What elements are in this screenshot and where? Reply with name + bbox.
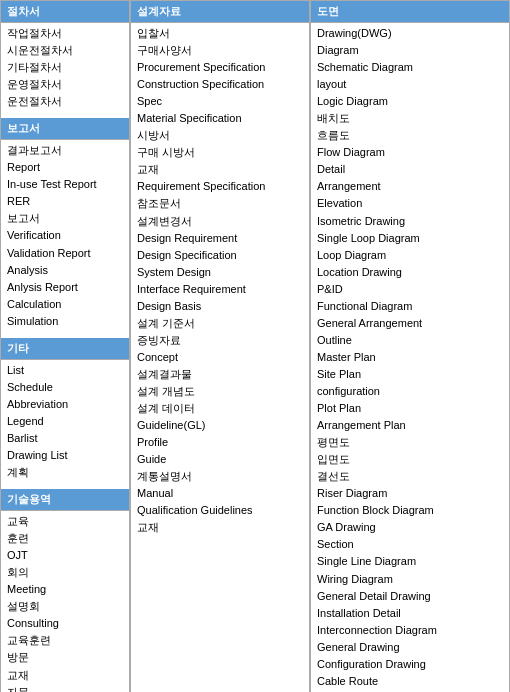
list-item[interactable]: 교재 bbox=[137, 161, 303, 178]
list-item[interactable]: Master Plan bbox=[317, 349, 503, 366]
list-item[interactable]: Location Drawing bbox=[317, 264, 503, 281]
list-item[interactable]: 시운전절차서 bbox=[7, 42, 123, 59]
list-item[interactable]: In-use Test Report bbox=[7, 176, 123, 193]
list-item[interactable]: Calculation bbox=[7, 296, 123, 313]
list-item[interactable]: 운전절차서 bbox=[7, 93, 123, 110]
list-item[interactable]: RER bbox=[7, 193, 123, 210]
list-item[interactable]: Section bbox=[317, 536, 503, 553]
list-item[interactable]: Logic Diagram bbox=[317, 93, 503, 110]
list-item[interactable]: Validation Report bbox=[7, 245, 123, 262]
list-item[interactable]: Barlist bbox=[7, 430, 123, 447]
list-item[interactable]: 교육 bbox=[7, 513, 123, 530]
list-item[interactable]: 기타절차서 bbox=[7, 59, 123, 76]
list-item[interactable]: Construction Specification bbox=[137, 76, 303, 93]
list-item[interactable]: Procurement Specification bbox=[137, 59, 303, 76]
list-item[interactable]: Installation Detail bbox=[317, 605, 503, 622]
list-item[interactable]: Configuration Drawing bbox=[317, 656, 503, 673]
list-item[interactable]: Verification bbox=[7, 227, 123, 244]
list-item[interactable]: 계획 bbox=[7, 464, 123, 481]
list-item[interactable]: 교육훈련 bbox=[7, 632, 123, 649]
list-item[interactable]: Guide bbox=[137, 451, 303, 468]
list-item[interactable]: 자문 bbox=[7, 684, 123, 692]
list-item[interactable]: 설계 데이터 bbox=[137, 400, 303, 417]
list-item[interactable]: 작업절차서 bbox=[7, 25, 123, 42]
list-item[interactable]: Design Basis bbox=[137, 298, 303, 315]
list-item[interactable]: General Arrangement bbox=[317, 315, 503, 332]
list-item[interactable]: Profile bbox=[137, 434, 303, 451]
list-item[interactable]: 설명회 bbox=[7, 598, 123, 615]
list-item[interactable]: Wiring Diagram bbox=[317, 571, 503, 588]
list-item[interactable]: Interconnection Diagram bbox=[317, 622, 503, 639]
list-item[interactable]: Spec bbox=[137, 93, 303, 110]
list-item[interactable]: 보고서 bbox=[7, 210, 123, 227]
list-item[interactable]: Drawing List bbox=[7, 447, 123, 464]
list-item[interactable]: OJT bbox=[7, 547, 123, 564]
list-item[interactable]: Function Block Diagram bbox=[317, 502, 503, 519]
list-item[interactable]: 구매사양서 bbox=[137, 42, 303, 59]
list-item[interactable]: Requirement Specification bbox=[137, 178, 303, 195]
list-item[interactable]: Qualification Guidelines bbox=[137, 502, 303, 519]
list-item[interactable]: Manual bbox=[137, 485, 303, 502]
list-item[interactable]: 배치도 bbox=[317, 110, 503, 127]
list-item[interactable]: System Design bbox=[137, 264, 303, 281]
list-item[interactable]: Isometric Drawing bbox=[317, 213, 503, 230]
list-item[interactable]: Report bbox=[7, 159, 123, 176]
list-item[interactable]: 흐름도 bbox=[317, 127, 503, 144]
list-item[interactable]: 결과보고서 bbox=[7, 142, 123, 159]
list-item[interactable]: 교재 bbox=[7, 667, 123, 684]
list-item[interactable]: Arrangement Plan bbox=[317, 417, 503, 434]
list-item[interactable]: Meeting bbox=[7, 581, 123, 598]
list-item[interactable]: Functional Diagram bbox=[317, 298, 503, 315]
list-item[interactable]: Plot Plan bbox=[317, 400, 503, 417]
list-item[interactable]: Elevation bbox=[317, 195, 503, 212]
list-item[interactable]: Arrangement bbox=[317, 178, 503, 195]
list-item[interactable]: Design Specification bbox=[137, 247, 303, 264]
list-item[interactable]: 입찰서 bbox=[137, 25, 303, 42]
list-item[interactable]: 평면도 bbox=[317, 434, 503, 451]
list-item[interactable]: configuration bbox=[317, 383, 503, 400]
list-item[interactable]: General Drawing bbox=[317, 639, 503, 656]
list-item[interactable]: 설계 기준서 bbox=[137, 315, 303, 332]
list-item[interactable]: Consulting bbox=[7, 615, 123, 632]
list-item[interactable]: Interface Requirement bbox=[137, 281, 303, 298]
list-item[interactable]: P&ID bbox=[317, 281, 503, 298]
list-item[interactable]: 입면도 bbox=[317, 451, 503, 468]
list-item[interactable]: 방문 bbox=[7, 649, 123, 666]
list-item[interactable]: Single Line Diagram bbox=[317, 553, 503, 570]
list-item[interactable]: Loop Diagram bbox=[317, 247, 503, 264]
list-item[interactable]: Anlysis Report bbox=[7, 279, 123, 296]
list-item[interactable]: Guideline(GL) bbox=[137, 417, 303, 434]
list-item[interactable]: Riser Diagram bbox=[317, 485, 503, 502]
list-item[interactable]: Detail bbox=[317, 161, 503, 178]
list-item[interactable]: Concept bbox=[137, 349, 303, 366]
list-item[interactable]: Site Plan bbox=[317, 366, 503, 383]
list-item[interactable]: 회의 bbox=[7, 564, 123, 581]
list-item[interactable]: 구매 시방서 bbox=[137, 144, 303, 161]
list-item[interactable]: GA Drawing bbox=[317, 519, 503, 536]
list-item[interactable]: Schedule bbox=[7, 379, 123, 396]
list-item[interactable]: Flow Diagram bbox=[317, 144, 503, 161]
list-item[interactable]: Outline bbox=[317, 332, 503, 349]
list-item[interactable]: Diagram bbox=[317, 42, 503, 59]
list-item[interactable]: Abbreviation bbox=[7, 396, 123, 413]
list-item[interactable]: 결선도 bbox=[317, 468, 503, 485]
list-item[interactable]: Cable Route bbox=[317, 673, 503, 690]
list-item[interactable]: 운영절차서 bbox=[7, 76, 123, 93]
list-item[interactable]: 설계변경서 bbox=[137, 213, 303, 230]
list-item[interactable]: Drawing(DWG) bbox=[317, 25, 503, 42]
list-item[interactable]: Simulation bbox=[7, 313, 123, 330]
list-item[interactable]: 참조문서 bbox=[137, 195, 303, 212]
list-item[interactable]: 시방서 bbox=[137, 127, 303, 144]
list-item[interactable]: 계통설명서 bbox=[137, 468, 303, 485]
list-item[interactable]: Schematic Diagram bbox=[317, 59, 503, 76]
list-item[interactable]: General Detail Drawing bbox=[317, 588, 503, 605]
list-item[interactable]: layout bbox=[317, 76, 503, 93]
list-item[interactable]: 설계 개념도 bbox=[137, 383, 303, 400]
list-item[interactable]: 설계결과물 bbox=[137, 366, 303, 383]
list-item[interactable]: List bbox=[7, 362, 123, 379]
list-item[interactable]: Analysis bbox=[7, 262, 123, 279]
list-item[interactable]: Material Specification bbox=[137, 110, 303, 127]
list-item[interactable]: 교재 bbox=[137, 519, 303, 536]
list-item[interactable]: Legend bbox=[7, 413, 123, 430]
list-item[interactable]: 증빙자료 bbox=[137, 332, 303, 349]
